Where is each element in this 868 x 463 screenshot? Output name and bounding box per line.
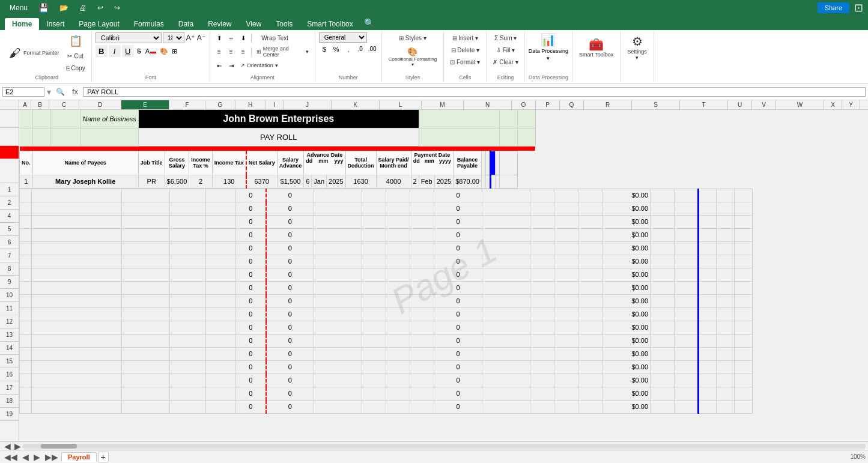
cell-17-mm[interactable] <box>386 374 410 387</box>
cell-d-business-name[interactable]: Name of Business <box>80 110 138 128</box>
row-num-17[interactable]: 17 <box>0 381 19 395</box>
cell-6-e2[interactable] <box>675 228 699 241</box>
cell-17-pyyyy[interactable] <box>578 374 602 387</box>
sum-btn[interactable]: Σ Sum ▾ <box>490 32 520 43</box>
cell-9-net[interactable]: 0 <box>266 268 314 281</box>
cell-16-e1[interactable] <box>651 360 675 374</box>
cell-13-name[interactable] <box>32 321 122 334</box>
cell-9-e2[interactable] <box>675 268 699 281</box>
cell-reference-input[interactable] <box>2 87 44 97</box>
cell-1-no[interactable]: 1 <box>20 175 33 188</box>
delete-cells-btn[interactable]: ⊟ Delete ▾ <box>448 44 482 55</box>
cell-11-totalded[interactable]: 0 <box>434 294 482 307</box>
cell-5-totalded[interactable]: 0 <box>434 215 482 228</box>
cell-19-name[interactable] <box>32 400 122 413</box>
cell-7-totalded[interactable]: 0 <box>434 241 482 255</box>
cell-1-salary-advance[interactable]: $1,500 <box>277 175 304 188</box>
comma-btn[interactable]: , <box>343 44 354 53</box>
cell-15-pmm[interactable] <box>554 347 578 360</box>
cell-11-no[interactable] <box>20 294 32 307</box>
cell-18-totalded[interactable]: 0 <box>434 387 482 400</box>
search-icon[interactable]: 🔍 <box>360 16 378 30</box>
header-salary-paid[interactable]: Salary Paid/Month end <box>376 151 411 175</box>
cell-10-e5[interactable] <box>735 281 753 294</box>
cell-8-e4[interactable] <box>717 255 735 268</box>
cell-4-advance[interactable] <box>314 202 362 215</box>
cell-6-mm[interactable] <box>386 228 410 241</box>
cell-right-company[interactable] <box>419 110 499 128</box>
cell-19-pmm[interactable] <box>554 400 578 413</box>
cell-4-e4[interactable] <box>717 202 735 215</box>
cell-16-no[interactable] <box>20 360 32 374</box>
col-header-x[interactable]: X <box>824 100 842 109</box>
cell-9-incpct[interactable] <box>206 268 236 281</box>
cell-10-name[interactable] <box>32 281 122 294</box>
cell-2-incpct[interactable] <box>206 189 236 202</box>
font-name-selector[interactable]: Calibri <box>96 32 162 43</box>
col-header-g[interactable]: G <box>205 100 235 109</box>
cell-9-pdd[interactable] <box>530 268 554 281</box>
cell-17-yyy[interactable] <box>410 374 434 387</box>
cell-5-pdd[interactable] <box>530 215 554 228</box>
cell-2-net[interactable]: 0 <box>266 189 314 202</box>
cell-4-yyy[interactable] <box>410 202 434 215</box>
cell-10-incpct[interactable] <box>206 281 236 294</box>
cell-17-inctax[interactable]: 0 <box>236 374 266 387</box>
cell-7-e3[interactable] <box>699 241 717 255</box>
cell-2-totalded[interactable]: 0 <box>434 189 482 202</box>
cell-8-mm[interactable] <box>386 255 410 268</box>
cell-16-mm[interactable] <box>386 360 410 374</box>
cell-10-e4[interactable] <box>717 281 735 294</box>
cell-9-e4[interactable] <box>717 268 735 281</box>
cell-9-salpaid[interactable] <box>482 268 530 281</box>
col-header-v[interactable]: V <box>752 100 776 109</box>
cell-2-e5[interactable] <box>735 189 753 202</box>
tab-formulas[interactable]: Formulas <box>127 18 171 30</box>
cell-13-pyyyy[interactable] <box>578 321 602 334</box>
cell-2-e2[interactable] <box>675 189 699 202</box>
cell-13-dd[interactable] <box>362 321 386 334</box>
copy-button[interactable]: ⎘ Copy <box>64 62 88 73</box>
cell-8-incpct[interactable] <box>206 255 236 268</box>
cell-11-pdd[interactable] <box>530 294 554 307</box>
cell-8-e3[interactable] <box>699 255 717 268</box>
header-no[interactable]: No. <box>20 151 33 175</box>
cell-10-pdd[interactable] <box>530 281 554 294</box>
cell-16-advance[interactable] <box>314 360 362 374</box>
row-num-12[interactable]: 12 <box>0 315 19 328</box>
cell-4-name[interactable] <box>32 202 122 215</box>
cell-payroll-title[interactable]: PAY ROLL <box>138 128 419 146</box>
cell-9-e5[interactable] <box>735 268 753 281</box>
orientation-button[interactable]: ↗ Orientation ▾ <box>238 60 281 71</box>
cell-1-payment-mm[interactable]: Feb <box>419 175 434 188</box>
cell-6-net[interactable]: 0 <box>266 228 314 241</box>
header-gross-salary[interactable]: GrossSalary <box>165 151 189 175</box>
cell-7-no[interactable] <box>20 241 32 255</box>
cell-12-job[interactable] <box>122 307 170 321</box>
cell-9-totalded[interactable]: 0 <box>434 268 482 281</box>
cell-2-dd[interactable] <box>362 189 386 202</box>
header-total-deduction[interactable]: TotalDeduction <box>345 151 376 175</box>
cell-6-gross[interactable] <box>170 228 206 241</box>
cell-5-incpct[interactable] <box>206 215 236 228</box>
row-num-16[interactable]: 16 <box>0 368 19 381</box>
cell-14-net[interactable]: 0 <box>266 334 314 347</box>
cell-12-mm[interactable] <box>386 307 410 321</box>
cell-6-e5[interactable] <box>735 228 753 241</box>
cell-x-payroll[interactable] <box>499 128 517 146</box>
cell-6-e4[interactable] <box>717 228 735 241</box>
cell-2-balance[interactable]: $0.00 <box>602 189 651 202</box>
cell-7-salpaid[interactable] <box>482 241 530 255</box>
cell-8-net[interactable]: 0 <box>266 255 314 268</box>
cell-17-salpaid[interactable] <box>482 374 530 387</box>
cell-6-salpaid[interactable] <box>482 228 530 241</box>
cell-6-incpct[interactable] <box>206 228 236 241</box>
cell-2-salpaid[interactable] <box>482 189 530 202</box>
cell-11-net[interactable]: 0 <box>266 294 314 307</box>
cell-10-dd[interactable] <box>362 281 386 294</box>
conditional-formatting-button[interactable]: 🎨 Conditional Formatting ▾ <box>386 45 440 69</box>
cell-4-incpct[interactable] <box>206 202 236 215</box>
cell-11-e5[interactable] <box>735 294 753 307</box>
cell-13-e5[interactable] <box>735 321 753 334</box>
quick-save[interactable]: 💾 <box>34 2 53 14</box>
